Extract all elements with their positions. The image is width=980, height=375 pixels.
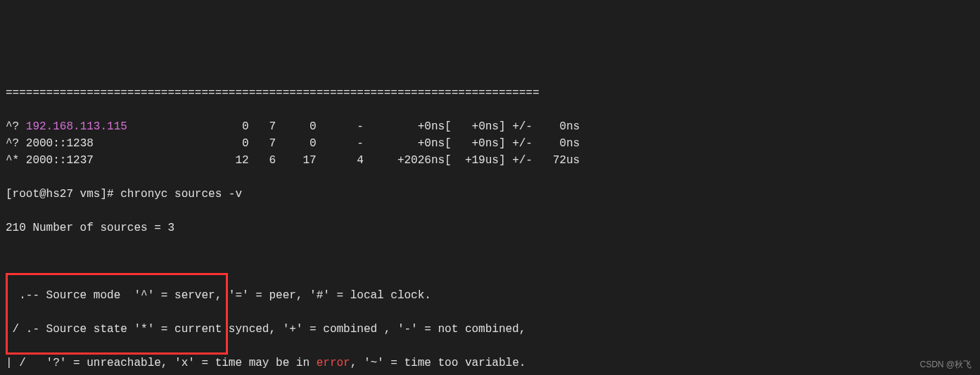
watermark-text: CSDN @秋飞 <box>919 358 972 371</box>
table-row: ^? 192.168.113.115 0 7 0 - +0ns[ +0ns] +… <box>6 118 974 135</box>
ip-address: 192.168.113.115 <box>26 120 127 133</box>
help-line: .-- Source mode '^' = server, '=' = peer… <box>6 287 974 304</box>
prompt-line-1: [root@hs27 vms]# chronyc sources -v <box>6 186 974 203</box>
table-row: ^* 2000::1237 12 6 17 4 +2026ns[ +19us] … <box>6 152 974 169</box>
error-word: error <box>317 357 350 369</box>
source-table-top: ^? 192.168.113.115 0 7 0 - +0ns[ +0ns] +… <box>6 118 974 169</box>
help-line: / .- Source state '*' = current synced, … <box>6 321 974 338</box>
shell-prompt: [root@hs27 vms]# <box>6 188 120 201</box>
blank-line <box>6 253 974 270</box>
result-header: 210 Number of sources = 3 <box>6 220 974 236</box>
terminal-output[interactable]: ========================================… <box>0 68 980 375</box>
divider: ========================================… <box>6 84 974 101</box>
ip-address: 2000::1238 <box>26 137 94 150</box>
table-row: ^? 2000::1238 0 7 0 - +0ns[ +0ns] +/- 0n… <box>6 135 974 152</box>
ip-address: 2000::1237 <box>26 154 94 167</box>
command-text: chronyc sources -v <box>120 188 242 201</box>
help-line: | / '?' = unreachable, 'x' = time may be… <box>6 355 974 371</box>
